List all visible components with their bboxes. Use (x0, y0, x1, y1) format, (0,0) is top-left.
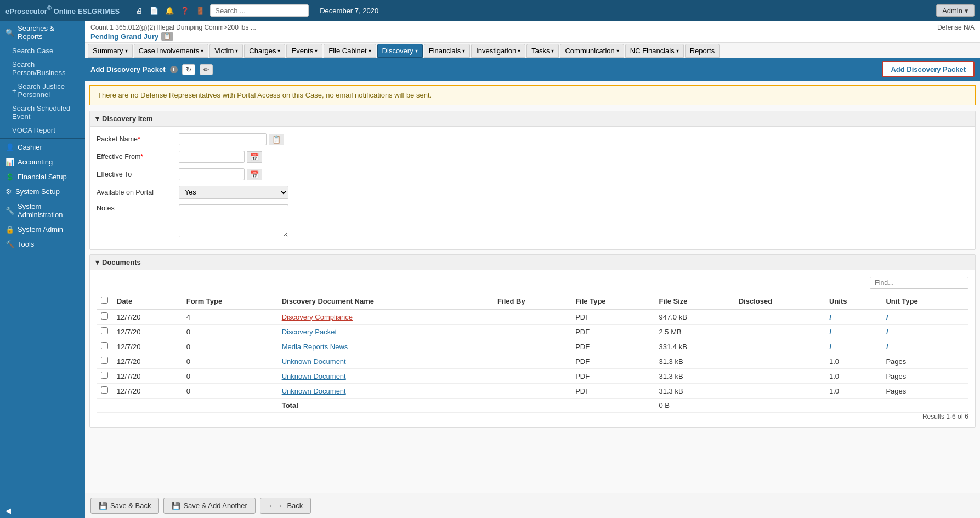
row-units: ! (825, 339, 882, 354)
cashier-icon: 👤 (5, 143, 14, 151)
notes-textarea[interactable] (179, 204, 288, 237)
row-file-size: 2.5 MB (655, 325, 734, 339)
row-doc-name[interactable]: Media Reports News (277, 339, 493, 354)
sidebar-item-search-scheduled[interactable]: Search Scheduled Event (0, 101, 85, 123)
row-disclosed (734, 354, 825, 369)
col-units: Units (825, 293, 882, 309)
content-area: Count 1 365.012(g)(2) Illegal Dumping Co… (85, 21, 980, 518)
tab-nc-financials[interactable]: NC Financials ▾ (625, 44, 684, 58)
save-add-icon: 💾 (172, 502, 180, 510)
tab-charges[interactable]: Charges ▾ (244, 44, 285, 58)
docs-toolbar (97, 277, 968, 289)
sidebar-item-financial-setup[interactable]: 💲 Financial Setup (0, 169, 85, 184)
portal-select[interactable]: Yes No (179, 186, 288, 199)
refresh-button[interactable]: ↻ (182, 64, 195, 75)
sidebar-item-system-admin2[interactable]: 🔒 System Admin (0, 222, 85, 237)
sidebar-item-searches[interactable]: 🔍 Searches & Reports (0, 21, 85, 44)
effective-to-input[interactable] (179, 168, 245, 180)
unit-type-action[interactable]: ! (886, 328, 888, 336)
row-form-type: 0 (182, 384, 277, 399)
discovery-item-header[interactable]: ▾ Discovery Item (90, 111, 975, 127)
row-doc-name[interactable]: Unknown Document (277, 369, 493, 384)
sidebar-item-cashier[interactable]: 👤 Cashier (0, 140, 85, 155)
status-icon[interactable]: 📋 (161, 32, 173, 41)
tools-icon: 🔨 (5, 240, 14, 248)
print-icon[interactable]: 🖨 (136, 7, 143, 15)
app-title: eProsecutor® Online ESLGRIMES (5, 4, 120, 16)
effective-from-calendar[interactable]: 📅 (247, 151, 262, 163)
add-discovery-packet-button[interactable]: Add Discovery Packet (882, 61, 975, 77)
tab-events[interactable]: Events ▾ (286, 44, 322, 58)
tab-investigation[interactable]: Investigation ▾ (471, 44, 525, 58)
accounting-icon: 📊 (5, 158, 14, 166)
tab-summary[interactable]: Summary ▾ (88, 44, 133, 58)
row-doc-name[interactable]: Unknown Document (277, 384, 493, 399)
row-checkbox[interactable] (101, 342, 108, 349)
sidebar-item-system-setup[interactable]: ⚙ System Setup (0, 184, 85, 199)
financial-icon: 💲 (5, 173, 14, 181)
row-doc-name[interactable]: Discovery Packet (277, 325, 493, 339)
sidebar-item-search-justice[interactable]: + Search Justice Personnel (0, 79, 85, 101)
tab-file-cabinet[interactable]: File Cabinet ▾ (324, 44, 376, 58)
sidebar-item-tools[interactable]: 🔨 Tools (0, 237, 85, 252)
effective-from-input[interactable]: 12/07/2020 (179, 151, 245, 163)
header-icons: 🖨 📄 🔔 ❓ 🚪 (136, 7, 205, 15)
tab-discovery[interactable]: Discovery ▾ (377, 44, 423, 58)
effective-to-calendar[interactable]: 📅 (247, 169, 262, 180)
row-checkbox[interactable] (101, 372, 108, 379)
bell-icon[interactable]: 🔔 (165, 7, 174, 15)
save-add-another-button[interactable]: 💾 Save & Add Another (163, 498, 255, 514)
documents-header[interactable]: ▾ Documents (90, 255, 975, 270)
save-back-button[interactable]: 💾 Save & Back (90, 498, 159, 514)
tab-reports[interactable]: Reports (685, 44, 720, 58)
units-action[interactable]: ! (829, 343, 831, 351)
document-icon[interactable]: 📄 (150, 7, 158, 15)
sidebar-item-search-case[interactable]: Search Case (0, 44, 85, 58)
sidebar-item-voca-report[interactable]: VOCA Report (0, 123, 85, 137)
row-checkbox[interactable] (101, 386, 108, 394)
events-dropdown-arrow: ▾ (315, 48, 318, 54)
units-action[interactable]: ! (829, 328, 831, 336)
packet-name-icon-btn[interactable]: 📋 (269, 134, 284, 145)
row-doc-name[interactable]: Discovery Compliance (277, 309, 493, 325)
help-icon[interactable]: ❓ (180, 7, 189, 15)
back-button[interactable]: ← ← Back (260, 498, 311, 514)
col-doc-name: Discovery Document Name (277, 293, 493, 309)
tab-case-involvements[interactable]: Case Involvements ▾ (134, 44, 209, 58)
portal-label: Available on Portal (97, 189, 179, 196)
info-icon[interactable]: i (170, 66, 178, 73)
select-all-checkbox[interactable] (101, 297, 108, 304)
row-disclosed (734, 339, 825, 354)
row-checkbox[interactable] (101, 312, 108, 320)
row-disclosed (734, 384, 825, 399)
effective-to-row: Effective To 📅 (97, 168, 968, 180)
units-action[interactable]: ! (829, 313, 831, 321)
sidebar-item-accounting[interactable]: 📊 Accounting (0, 155, 85, 169)
tab-financials[interactable]: Financials ▾ (424, 44, 471, 58)
row-checkbox[interactable] (101, 327, 108, 334)
discovery-item-content: Packet Name 📋 Effective From 12/07/2020 … (90, 127, 975, 249)
tab-victim[interactable]: Victim ▾ (209, 44, 243, 58)
sidebar-collapse[interactable]: ◀ (0, 503, 85, 518)
notes-label: Notes (97, 204, 179, 212)
row-doc-name[interactable]: Unknown Document (277, 354, 493, 369)
exit-icon[interactable]: 🚪 (196, 7, 205, 15)
table-row: 12/7/20 0 Media Reports News PDF 331.4 k… (97, 339, 968, 354)
packet-name-input[interactable] (179, 133, 267, 145)
admin-button[interactable]: Admin ▾ (936, 4, 975, 17)
unit-type-action[interactable]: ! (886, 343, 888, 351)
case-status: Pending Grand Jury 📋 (90, 32, 256, 41)
sidebar-item-system-admin[interactable]: 🔧 System Administration (0, 199, 85, 222)
tab-communication[interactable]: Communication ▾ (560, 44, 624, 58)
charges-dropdown-arrow: ▾ (277, 48, 280, 54)
row-checkbox[interactable] (101, 357, 108, 364)
tab-tasks[interactable]: Tasks ▾ (526, 44, 559, 58)
find-input[interactable] (870, 277, 968, 289)
row-file-size: 31.3 kB (655, 354, 734, 369)
row-file-type: PDF (571, 309, 654, 325)
search-input[interactable] (210, 4, 309, 17)
edit-button[interactable]: ✏ (200, 64, 213, 75)
unit-type-action[interactable]: ! (886, 313, 888, 321)
case-header: Count 1 365.012(g)(2) Illegal Dumping Co… (85, 21, 980, 43)
sidebar-item-search-person[interactable]: Search Person/Business (0, 58, 85, 79)
